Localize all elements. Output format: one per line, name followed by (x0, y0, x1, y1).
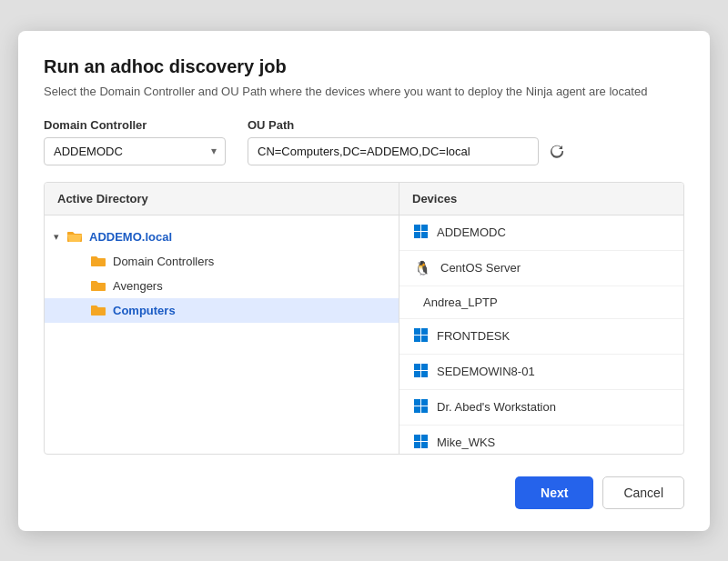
next-button[interactable]: Next (515, 476, 593, 509)
ou-path-input[interactable] (248, 137, 539, 165)
devices-header: Devices (399, 183, 683, 215)
device-row[interactable]: FRONTDESK (399, 319, 683, 355)
dialog-title: Run an adhoc discovery job (44, 56, 684, 77)
device-name: Mike_WKS (437, 436, 495, 449)
refresh-button[interactable] (546, 140, 568, 162)
windows-icon (414, 435, 428, 451)
svg-rect-18 (414, 442, 420, 448)
windows-icon (414, 225, 428, 241)
svg-rect-12 (414, 399, 420, 406)
directory-panels: Active Directory ▾ ADDEMO.local (44, 182, 684, 455)
device-row[interactable]: Dr. Abed's Workstation (399, 390, 683, 426)
domain-controllers-label: Domain Controllers (113, 255, 214, 268)
refresh-icon (550, 144, 564, 158)
expand-arrow-icon: ▾ (54, 231, 66, 243)
device-name: Dr. Abed's Workstation (437, 400, 556, 414)
adhoc-discovery-dialog: Run an adhoc discovery job Select the Do… (18, 31, 710, 531)
folder-open-icon (66, 230, 83, 243)
device-name: CentOS Server (440, 261, 521, 275)
svg-rect-7 (421, 336, 428, 342)
svg-rect-3 (421, 232, 428, 238)
ou-label: OU Path (248, 118, 568, 132)
device-name: SEDEMOWIN8-01 (437, 365, 535, 378)
svg-rect-0 (414, 225, 420, 231)
computers-label: Computers (113, 304, 176, 317)
device-row[interactable]: Mike_WKS (399, 426, 683, 454)
svg-rect-15 (421, 406, 428, 413)
svg-rect-6 (414, 336, 420, 342)
avengers-label: Avengers (113, 279, 163, 293)
device-row[interactable]: ADDEMODC (399, 215, 683, 251)
svg-rect-11 (421, 371, 428, 377)
svg-rect-16 (414, 435, 420, 441)
tree-item-avengers[interactable]: Avengers (45, 274, 399, 298)
svg-rect-19 (421, 442, 428, 448)
svg-rect-5 (421, 328, 428, 335)
svg-rect-14 (414, 406, 420, 413)
dc-label: Domain Controller (44, 118, 226, 132)
device-row[interactable]: Andrea_LPTP (399, 286, 683, 319)
svg-rect-2 (414, 232, 420, 238)
folder-icon-dc (90, 255, 106, 267)
folder-icon-avengers (90, 279, 106, 292)
cancel-button[interactable]: Cancel (602, 476, 684, 509)
svg-rect-13 (421, 399, 428, 406)
devices-panel: Devices ADDEMODC 🐧 CentOS Server Andrea_… (399, 183, 683, 454)
windows-icon (414, 328, 428, 345)
device-row[interactable]: SEDEMOWIN8-01 (399, 355, 683, 390)
svg-rect-8 (414, 364, 420, 370)
dialog-footer: Next Cancel (44, 473, 684, 509)
directory-tree: ▾ ADDEMO.local (45, 215, 399, 332)
folder-icon-computers (90, 304, 106, 316)
tree-item-addemo-local[interactable]: ▾ ADDEMO.local (45, 225, 399, 249)
svg-rect-10 (414, 371, 420, 377)
device-name: Andrea_LPTP (423, 296, 498, 309)
device-name: ADDEMODC (437, 225, 506, 239)
linux-icon: 🐧 (414, 260, 431, 276)
domain-controller-select[interactable]: ADDEMODC (44, 137, 226, 165)
active-directory-panel: Active Directory ▾ ADDEMO.local (45, 183, 399, 454)
windows-icon (414, 364, 428, 380)
svg-rect-1 (421, 225, 428, 231)
dialog-subtitle: Select the Domain Controller and OU Path… (44, 85, 684, 98)
svg-rect-9 (421, 364, 428, 370)
active-directory-header: Active Directory (45, 183, 399, 215)
device-row[interactable]: 🐧 CentOS Server (399, 251, 683, 286)
svg-rect-17 (421, 435, 428, 441)
tree-item-domain-controllers[interactable]: Domain Controllers (45, 249, 399, 274)
svg-rect-4 (414, 328, 420, 335)
windows-icon (414, 399, 428, 416)
device-name: FRONTDESK (437, 329, 510, 343)
tree-item-computers[interactable]: Computers (45, 298, 399, 323)
domain-label: ADDEMO.local (89, 230, 172, 244)
